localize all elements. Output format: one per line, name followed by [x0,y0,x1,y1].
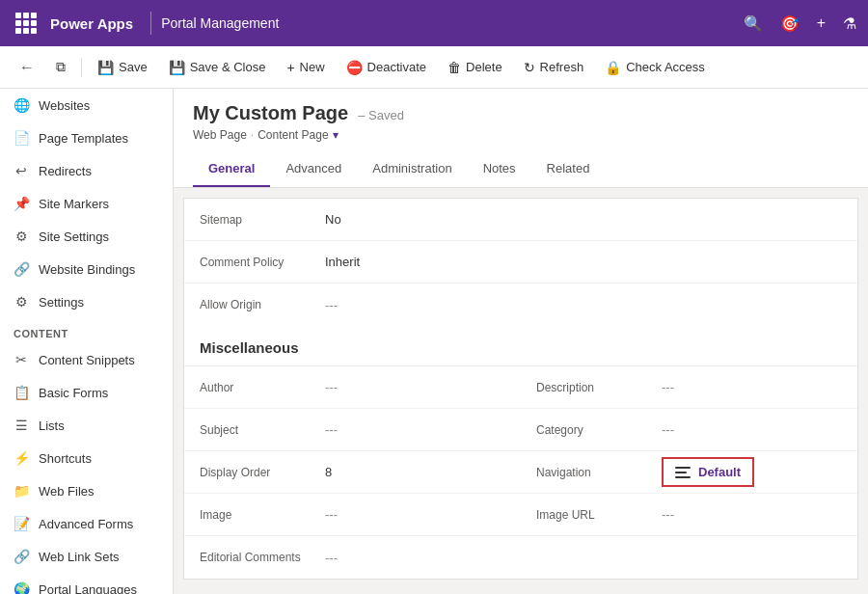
navigation-default-text: Default [698,465,741,479]
image-label: Image [200,508,325,522]
navigation-value-cell[interactable]: Default [662,457,754,487]
sidebar-item-portal-languages[interactable]: 🌍 Portal Languages [0,573,173,594]
page-templates-icon: 📄 [14,130,29,146]
new-icon: + [286,60,294,75]
portal-name: Portal Management [161,15,279,31]
check-access-button[interactable]: 🔒 Check Access [595,54,715,81]
editorial-comments-cell: Editorial Comments --- [184,543,521,573]
description-label: Description [536,381,662,394]
tab-related[interactable]: Related [531,151,606,187]
refresh-button[interactable]: ↻ Refresh [514,54,594,81]
description-value: --- [662,380,674,394]
image-cell: Image --- [184,500,521,529]
websites-icon: 🌐 [14,97,29,113]
website-bindings-icon: 🔗 [14,261,29,277]
deactivate-button[interactable]: ⛔ Deactivate [337,54,436,81]
image-url-cell: Image URL --- [521,500,857,529]
settings-icon: ⚙ [14,294,29,310]
check-access-icon: 🔒 [605,60,621,75]
deactivate-icon: ⛔ [346,60,363,75]
site-settings-icon: ⚙ [14,229,29,244]
form-row-display-order: Display Order 8 Navigation Default [184,451,857,494]
sidebar-item-web-files[interactable]: 📁 Web Files [0,474,173,507]
back-icon: ← [19,59,35,76]
form-row-comment-policy: Comment Policy Inherit [184,241,857,284]
author-value: --- [325,380,338,394]
sidebar-item-advanced-forms[interactable]: 📝 Advanced Forms [0,507,173,540]
tab-administration[interactable]: Administration [357,151,467,187]
sitemap-cell: Sitemap No [184,204,521,234]
record-title: My Custom Page [193,102,348,124]
lists-icon: ☰ [14,418,29,433]
search-icon[interactable]: 🔍 [744,14,763,33]
image-url-value: --- [662,507,674,522]
sidebar-item-web-link-sets[interactable]: 🔗 Web Link Sets [0,540,173,573]
editorial-comments-label: Editorial Comments [200,551,325,564]
back-button[interactable]: ← [10,53,44,82]
comment-policy-label: Comment Policy [200,256,325,269]
sidebar-item-site-markers[interactable]: 📌 Site Markers [0,187,173,220]
subject-label: Subject [200,423,325,437]
shortcuts-icon: ⚡ [14,450,29,466]
save-button[interactable]: 💾 Save [88,54,157,81]
sidebar-item-basic-forms[interactable]: 📋 Basic Forms [0,376,173,409]
site-markers-icon: 📌 [14,196,29,211]
sidebar-item-websites[interactable]: 🌐 Websites [0,89,173,122]
form-row-sitemap: Sitemap No [184,199,857,241]
new-button[interactable]: + New [277,54,334,81]
save-close-button[interactable]: 💾 Save & Close [159,54,276,81]
tab-advanced[interactable]: Advanced [270,151,357,187]
sidebar-item-page-templates[interactable]: 📄 Page Templates [0,122,173,154]
image-value: --- [325,507,338,522]
breadcrumb-content-page: Content Page [258,128,328,142]
tab-notes[interactable]: Notes [468,151,531,187]
sidebar-item-site-settings[interactable]: ⚙ Site Settings [0,220,173,253]
sidebar-item-website-bindings[interactable]: 🔗 Website Bindings [0,253,173,285]
content-snippets-icon: ✂ [14,352,29,367]
form-row-subject: Subject --- Category --- [184,409,857,451]
editorial-comments-value: --- [325,551,338,565]
sidebar: 🌐 Websites 📄 Page Templates ↩ Redirects … [0,89,174,594]
allow-origin-value: --- [325,298,338,312]
sidebar-item-settings[interactable]: ⚙ Settings [0,285,173,318]
comment-policy-cell: Comment Policy Inherit [184,247,521,277]
record-header: My Custom Page – Saved Web Page · Conten… [174,89,868,188]
subject-value: --- [325,422,338,437]
display-order-label: Display Order [200,466,325,479]
form-row-allow-origin: Allow Origin --- [184,284,857,326]
form-row-image: Image --- Image URL --- [184,494,857,536]
copy-icon: ⧉ [56,59,66,75]
sidebar-item-content-snippets[interactable]: ✂ Content Snippets [0,343,173,376]
misc-section-title: Miscellaneous [184,326,857,366]
form-area: Sitemap No Comment Policy Inherit Allow … [183,198,858,580]
breadcrumb-sep: · [251,128,254,142]
refresh-icon: ↻ [524,60,535,75]
content-section-label: Content [0,318,173,343]
delete-icon: 🗑 [448,60,461,75]
navigation-cell[interactable]: Navigation Default [521,451,857,493]
app-name: Power Apps [50,15,133,32]
misc-form-section: Miscellaneous Author --- Description ---… [184,326,857,579]
tab-general[interactable]: General [193,151,270,187]
portal-languages-icon: 🌍 [14,581,29,594]
record-saved-status: – Saved [358,108,404,122]
author-label: Author [200,381,325,394]
subject-cell: Subject --- [184,415,521,445]
add-icon[interactable]: + [817,14,826,32]
copy-button[interactable]: ⧉ [46,53,75,81]
delete-button[interactable]: 🗑 Delete [438,54,512,81]
allow-origin-cell: Allow Origin --- [184,290,521,320]
filter-icon[interactable]: ⚗ [843,14,856,33]
upper-form-section: Sitemap No Comment Policy Inherit Allow … [184,199,857,326]
breadcrumb-dropdown-icon[interactable]: ▾ [333,128,339,142]
command-bar: ← ⧉ 💾 Save 💾 Save & Close + New ⛔ Deacti… [0,46,868,89]
sidebar-item-lists[interactable]: ☰ Lists [0,409,173,442]
sidebar-item-redirects[interactable]: ↩ Redirects [0,154,173,187]
allow-origin-label: Allow Origin [200,298,325,311]
top-navbar: Power Apps Portal Management 🔍 🎯 + ⚗ [0,0,868,46]
breadcrumb-web-page[interactable]: Web Page [193,128,247,142]
settings-icon[interactable]: 🎯 [780,14,800,33]
sidebar-item-shortcuts[interactable]: ⚡ Shortcuts [0,442,173,474]
sitemap-value: No [325,212,341,227]
app-grid-button[interactable] [12,9,41,38]
